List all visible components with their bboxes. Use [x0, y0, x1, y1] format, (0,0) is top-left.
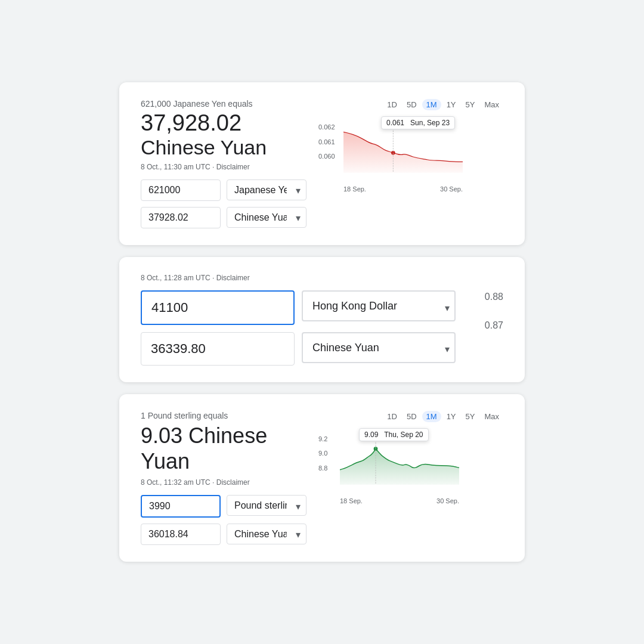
- card2-currency2-wrapper: Chinese Yuan ▾: [302, 332, 456, 366]
- card1-x-labels: 18 Sep. 30 Sep.: [343, 185, 463, 193]
- card2-form: 8 Oct., 11:28 am UTC · Disclaimer Hong K…: [141, 274, 456, 366]
- card3-currency2-select[interactable]: Chinese Yuan: [227, 524, 306, 544]
- card3-left: 1 Pound sterling equals 9.03 Chinese Yua…: [141, 411, 306, 544]
- card1-currency2-select[interactable]: Chinese Yuan: [227, 207, 306, 228]
- card1-timestamp: 8 Oct., 11:30 am UTC · Disclaimer: [141, 163, 306, 171]
- card3-timestamp: 8 Oct., 11:32 am UTC · Disclaimer: [141, 478, 306, 487]
- card3-tab-1m[interactable]: 1M: [422, 411, 441, 422]
- card1-tab-1d[interactable]: 1D: [383, 99, 401, 110]
- card1-main-currency: Chinese Yuan: [141, 136, 306, 159]
- card1-left: 621,000 Japanese Yen equals 37,928.02 Ch…: [141, 99, 306, 228]
- card3-chart: 1D 5D 1M 1Y 5Y Max 9.2 9.0 8.8: [318, 411, 503, 544]
- card-gbp-cny: 1 Pound sterling equals 9.03 Chinese Yua…: [119, 394, 525, 561]
- card3-subtitle: 1 Pound sterling equals: [141, 411, 306, 420]
- card3-chart-tooltip: 9.09 Thu, Sep 20: [359, 428, 429, 441]
- card1-inputs: Japanese Yen ▾ Chinese Yuan ▾: [141, 179, 306, 228]
- card1-chart-tabs: 1D 5D 1M 1Y 5Y Max: [318, 99, 503, 110]
- card2-result-input[interactable]: [141, 332, 295, 366]
- card-jpy-cny: 621,000 Japanese Yen equals 37,928.02 Ch…: [119, 82, 525, 245]
- card3-x-labels: 18 Sep. 30 Sep.: [340, 497, 459, 504]
- card2-inputs: Hong Kong Dollar ▾ Chinese Yuan ▾: [141, 290, 456, 366]
- card2-timestamp: 8 Oct., 11:28 am UTC · Disclaimer: [141, 274, 456, 282]
- card1-chart: 1D 5D 1M 1Y 5Y Max 0.062 0.061 0.060: [318, 99, 503, 228]
- card3-tab-5d[interactable]: 5D: [402, 411, 421, 422]
- card1-currency1-select[interactable]: Japanese Yen: [227, 179, 306, 200]
- card3-tab-max[interactable]: Max: [480, 411, 503, 422]
- card1-tab-max[interactable]: Max: [480, 99, 503, 110]
- card3-chart-tabs: 1D 5D 1M 1Y 5Y Max: [318, 411, 503, 422]
- card3-tab-1y[interactable]: 1Y: [442, 411, 460, 422]
- card1-result-input[interactable]: [141, 207, 221, 228]
- card1-amount-input[interactable]: [141, 179, 221, 201]
- card2-inner: 8 Oct., 11:28 am UTC · Disclaimer Hong K…: [141, 274, 503, 366]
- card1-tab-5d[interactable]: 5D: [402, 99, 421, 110]
- card2-rate1: 0.88: [485, 292, 503, 302]
- card3-y-labels: 9.2 9.0 8.8: [318, 432, 327, 475]
- card2-rate2: 0.87: [485, 320, 503, 331]
- card3-amount-input[interactable]: [141, 495, 221, 518]
- card3-result-input[interactable]: [141, 524, 221, 545]
- card3-tab-1d[interactable]: 1D: [383, 411, 401, 422]
- card1-chart-tooltip: 0.061 Sun, Sep 23: [381, 116, 455, 129]
- card3-currency2-wrapper: Chinese Yuan ▾: [227, 524, 306, 545]
- card3-inputs: Pound sterling ▾ Chinese Yuan ▾: [141, 495, 306, 545]
- card3-main-value: 9.03 Chinese Yuan: [141, 423, 306, 474]
- card1-tab-5y[interactable]: 5Y: [462, 99, 479, 110]
- card2-rates: 0.88 0.87: [467, 274, 503, 331]
- card1-subtitle: 621,000 Japanese Yen equals: [141, 99, 306, 109]
- card3-tab-5y[interactable]: 5Y: [462, 411, 479, 422]
- card1-tab-1y[interactable]: 1Y: [442, 99, 460, 110]
- card1-currency1-wrapper: Japanese Yen ▾: [227, 179, 306, 201]
- card1-main-value: 37,928.02: [141, 111, 306, 136]
- card3-currency1-wrapper: Pound sterling ▾: [227, 495, 306, 518]
- card1-currency2-wrapper: Chinese Yuan ▾: [227, 207, 306, 228]
- card2-currency1-wrapper: Hong Kong Dollar ▾: [302, 290, 456, 325]
- card3-currency1-select[interactable]: Pound sterling: [227, 495, 306, 516]
- card1-tab-1m[interactable]: 1M: [422, 99, 441, 110]
- card1-y-labels: 0.062 0.061 0.060: [318, 120, 335, 163]
- card2-amount-input[interactable]: [141, 290, 295, 325]
- card3-top: 1 Pound sterling equals 9.03 Chinese Yua…: [141, 411, 503, 544]
- card2-currency2-select[interactable]: Chinese Yuan: [302, 332, 456, 363]
- card2-currency1-select[interactable]: Hong Kong Dollar: [302, 290, 456, 321]
- card-hkd-cny: 8 Oct., 11:28 am UTC · Disclaimer Hong K…: [119, 257, 525, 382]
